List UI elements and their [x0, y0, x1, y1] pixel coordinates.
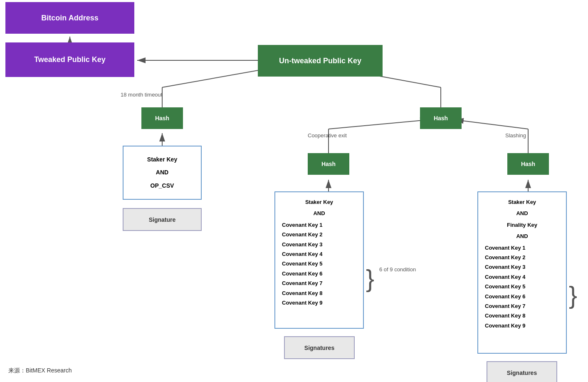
staker-key-finality-node: Staker Key AND Finality Key AND Covenant…: [477, 191, 567, 354]
staker-key-covenant-node: Staker Key AND Covenant Key 1 Covenant K…: [274, 191, 364, 329]
covenant-key-5a: Covenant Key 5: [282, 259, 323, 268]
covenant-key-3a: Covenant Key 3: [282, 240, 323, 249]
and-1: AND: [156, 167, 168, 178]
hash2-node: Hash: [420, 107, 462, 129]
covenant-key-6a: Covenant Key 6: [282, 269, 323, 278]
staker-key-2: Staker Key: [305, 197, 333, 207]
diagram-container: Bitcoin Address Tweaked Public Key Un-tw…: [0, 0, 588, 382]
covenant-key-4a: Covenant Key 4: [282, 249, 323, 259]
svg-line-12: [455, 120, 528, 129]
covenant-key-7b: Covenant Key 7: [485, 301, 526, 311]
covenant-key-9b: Covenant Key 9: [485, 321, 526, 330]
covenant-key-1a: Covenant Key 1: [282, 220, 323, 230]
signatures2-node: Signatures: [284, 336, 355, 359]
hash1-node: Hash: [141, 107, 183, 129]
staker-key-1: Staker Key: [147, 154, 177, 165]
bitcoin-address-node: Bitcoin Address: [5, 2, 134, 34]
brace-slashing: }: [569, 246, 577, 345]
covenant-key-2a: Covenant Key 2: [282, 230, 323, 239]
covenant-key-4b: Covenant Key 4: [485, 272, 526, 282]
svg-line-10: [329, 120, 428, 129]
signature1-label: Signature: [149, 216, 176, 223]
tweaked-public-key-node: Tweaked Public Key: [5, 42, 134, 77]
staker-key-3: Staker Key: [508, 197, 536, 207]
untweaked-public-key-node: Un-tweaked Public Key: [258, 45, 383, 77]
signature1-node: Signature: [123, 208, 202, 231]
signatures3-node: Signatures: [487, 361, 557, 382]
brace-cooperative: }: [366, 233, 374, 325]
source-label: 来源：BitMEX Research: [8, 367, 72, 375]
covenant-key-1b: Covenant Key 1: [485, 243, 526, 253]
cooperative-exit-label: Cooperative exit: [308, 132, 347, 139]
and-2: AND: [313, 208, 325, 218]
condition1-label: 6 of 9 condition: [379, 266, 416, 273]
hash3-node: Hash: [308, 153, 349, 175]
covenant-key-3b: Covenant Key 3: [485, 262, 526, 272]
hash3-label: Hash: [321, 161, 336, 167]
finality-key: Finality Key: [507, 220, 537, 230]
hash4-label: Hash: [521, 161, 535, 167]
hash4-node: Hash: [507, 153, 549, 175]
slashing-label: Slashing: [505, 132, 526, 139]
and-4: AND: [516, 231, 528, 241]
signatures2-label: Signatures: [304, 345, 334, 351]
covenant-key-9a: Covenant Key 9: [282, 298, 323, 308]
hash2-label: Hash: [434, 115, 448, 122]
signatures3-label: Signatures: [507, 370, 537, 376]
timeout-label: 18 month timeout: [121, 92, 162, 98]
tweaked-public-key-label: Tweaked Public Key: [34, 55, 106, 64]
covenant-key-2b: Covenant Key 2: [485, 253, 526, 262]
covenant-key-5b: Covenant Key 5: [485, 282, 526, 291]
covenant-key-8b: Covenant Key 8: [485, 311, 526, 320]
staker-key-opcv-node: Staker Key AND OP_CSV: [123, 146, 202, 200]
and-3: AND: [516, 208, 528, 218]
bitcoin-address-label: Bitcoin Address: [41, 14, 98, 22]
hash1-label: Hash: [155, 115, 169, 122]
covenant-key-8a: Covenant Key 8: [282, 288, 323, 298]
covenant-key-7a: Covenant Key 7: [282, 278, 323, 288]
op-csv: OP_CSV: [151, 181, 174, 191]
untweaked-public-key-label: Un-tweaked Public Key: [279, 57, 361, 65]
covenant-key-6b: Covenant Key 6: [485, 292, 526, 301]
